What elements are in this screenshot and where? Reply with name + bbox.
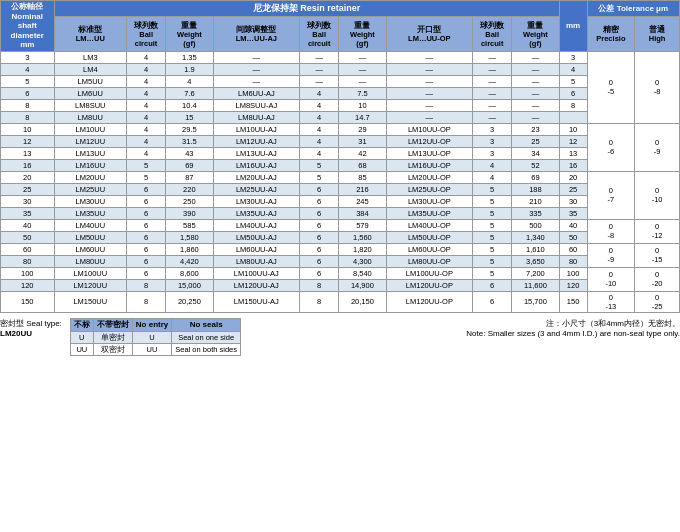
table-row: 150LM150UU820,250LM150UU-AJ820,150LM120U…: [1, 291, 680, 312]
seal-table: 不标 不带密封 No entry No seals U 单密封 U Seal o…: [70, 318, 241, 356]
table-row: 30LM30UU6250LM30UU-AJ6245LM30UU-OP521030: [1, 195, 680, 207]
table-row: 60LM60UU61,860LM60UU-AJ61,820LM60UU-OP51…: [1, 243, 680, 255]
w-adj-header: 重量Weight(gf): [339, 17, 386, 52]
table-row: 25LM25UU6220LM25UU-AJ6216LM25UU-OP518825: [1, 183, 680, 195]
table-row: 13LM13UU443LM13UU-AJ442LM13UU-OP33413: [1, 147, 680, 159]
table-row: 8LM8SUU410.4LM8SUU-AJ410———8: [1, 99, 680, 111]
seal-row-2: UU 双密封 UU Seal on both sides: [70, 343, 240, 355]
tolerance-header: 公差 Tolerance μm: [587, 1, 679, 17]
table-row: 100LM100UU68,600LM100UU-AJ68,540LM100UU-…: [1, 267, 680, 279]
footer-left: 密封型 Seal type: LM20UU 不标 不带密封 No entry N…: [0, 318, 241, 356]
std-type-header: 标准型LM…UU: [54, 17, 127, 52]
bc-adj-header: 球列数Ballcircuit: [300, 17, 339, 52]
mm-header: mm: [559, 1, 587, 52]
footer-section: 密封型 Seal type: LM20UU 不标 不带密封 No entry N…: [0, 315, 680, 356]
table-row: 8LM8UU415LM8UU-AJ414.7———: [1, 111, 680, 123]
table-row: 16LM16UU569LM16UU-AJ568LM16UU-OP45216: [1, 159, 680, 171]
adj-type-header: 间隙调整型LM…UU-AJ: [213, 17, 300, 52]
table-row: 35LM35UU6390LM35UU-AJ6384LM35UU-OP533535: [1, 207, 680, 219]
table-row: 50LM50UU61,580LM50UU-AJ61,560LM50UU-OP51…: [1, 231, 680, 243]
table-row: 4LM441.9——————4: [1, 63, 680, 75]
table-row: 40LM40UU6585LM40UU-AJ6579LM40UU-OP550040…: [1, 219, 680, 231]
main-container: 公称軸径Nominalshaftdiametermm 尼龙保持架 Resin r…: [0, 0, 680, 356]
precision-header: 精密Precisio: [587, 17, 635, 52]
w-op-header: 重量Weight(gf): [512, 17, 559, 52]
footer-note: 注：小尺寸（3和4mm内径）无密封。 Note: Smaller sizes (…: [241, 318, 680, 356]
table-body: 3LM341.35——————30 -50 -84LM441.9——————45…: [1, 51, 680, 312]
op-type-header: 开口型LM…UU-OP: [386, 17, 473, 52]
bc-op-header: 球列数Ballcircuit: [473, 17, 512, 52]
seal-type-label: 密封型 Seal type: LM20UU: [0, 318, 62, 338]
table-row: 80LM80UU64,420LM80UU-AJ64,300LM80UU-OP53…: [1, 255, 680, 267]
header-row-1: 公称軸径Nominalshaftdiametermm 尼龙保持架 Resin r…: [1, 1, 680, 17]
table-row: 3LM341.35——————30 -50 -8: [1, 51, 680, 63]
bc-std-header: 球列数Ballcircuit: [127, 17, 166, 52]
table-row: 6LM6UU47.6LM6UU-AJ47.5———6: [1, 87, 680, 99]
nominal-header: 公称軸径Nominalshaftdiametermm: [1, 1, 55, 52]
table-row: 20LM20UU587LM20UU-AJ585LM20UU-OP469200 -…: [1, 171, 680, 183]
table-row: 120LM120UU815,000LM120UU-AJ814,900LM120U…: [1, 279, 680, 291]
main-table: 公称軸径Nominalshaftdiametermm 尼龙保持架 Resin r…: [0, 0, 680, 313]
table-row: 10LM10UU429.5LM10UU-AJ429LM10UU-OP323100…: [1, 123, 680, 135]
table-row: 12LM12UU431.5LM12UU-AJ431LM12UU-OP32512: [1, 135, 680, 147]
high-header: 普通High: [635, 17, 680, 52]
seal-row-1: U 单密封 U Seal on one side: [70, 331, 240, 343]
table-row: 5LM5UU44——————5: [1, 75, 680, 87]
resin-retainer-header: 尼龙保持架 Resin retainer: [54, 1, 559, 17]
seal-header-row: 不标 不带密封 No entry No seals: [70, 318, 240, 331]
w-std-header: 重量Weight(gf): [166, 17, 213, 52]
